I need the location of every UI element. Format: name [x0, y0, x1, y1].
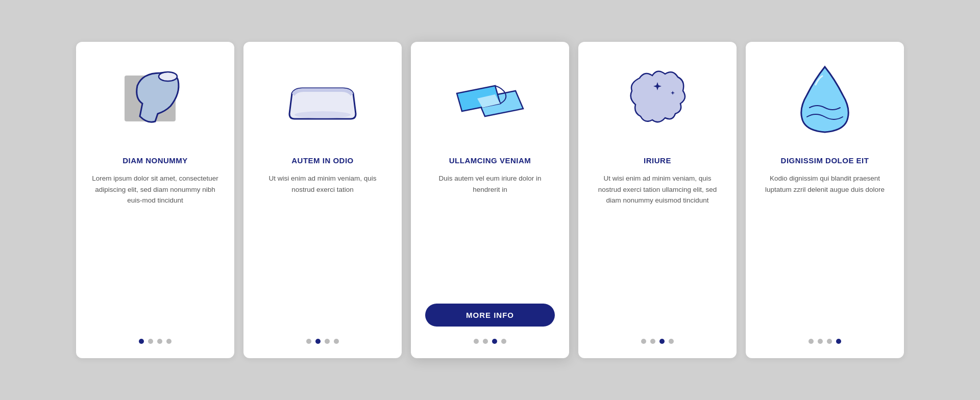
card-5-text: Kodio dignissim qui blandit praesent lup…: [760, 173, 890, 327]
dot: [139, 339, 144, 344]
dot: [501, 339, 506, 344]
card-4-dots: [641, 339, 674, 344]
card-4-icon: [617, 60, 698, 142]
card-2-title: AUTEM IN ODIO: [291, 156, 354, 165]
dot: [659, 339, 665, 344]
dot: [157, 339, 162, 344]
dot: [334, 339, 339, 344]
more-info-button[interactable]: MORE INFO: [425, 304, 555, 327]
dot: [306, 339, 311, 344]
card-4-title: IRIURE: [644, 156, 671, 165]
card-4: IRIURE Ut wisi enim ad minim veniam, qui…: [578, 42, 737, 358]
card-3-title: ULLAMCING VENIAM: [449, 156, 531, 165]
card-5-icon: [784, 60, 866, 142]
card-1: DIAM NONUMMY Lorem ipsum dolor sit amet,…: [76, 42, 234, 358]
card-1-icon: [114, 60, 196, 142]
card-5-title: DIGNISSIM DOLOE EIT: [781, 156, 869, 165]
dot: [808, 339, 814, 344]
dot: [650, 339, 655, 344]
card-5-dots: [808, 339, 841, 344]
card-5: DIGNISSIM DOLOE EIT Kodio dignissim qui …: [746, 42, 904, 358]
dot: [669, 339, 674, 344]
dot: [641, 339, 646, 344]
card-3: ULLAMCING VENIAM Duis autem vel eum iriu…: [411, 42, 569, 358]
card-2-dots: [306, 339, 339, 344]
dot: [836, 339, 841, 344]
card-1-text: Lorem ipsum dolor sit amet, consectetuer…: [90, 173, 220, 327]
card-3-dots: [474, 339, 506, 344]
cards-container: DIAM NONUMMY Lorem ipsum dolor sit amet,…: [76, 42, 904, 358]
svg-point-2: [295, 111, 351, 118]
card-4-text: Ut wisi enim ad minim veniam, quis nostr…: [593, 173, 722, 327]
dot: [827, 339, 832, 344]
svg-point-1: [159, 72, 177, 81]
card-1-dots: [139, 339, 172, 344]
dot: [818, 339, 823, 344]
card-3-icon: [449, 60, 531, 142]
card-1-title: DIAM NONUMMY: [122, 156, 188, 165]
dot: [325, 339, 330, 344]
card-2-icon: [282, 60, 363, 142]
card-2: AUTEM IN ODIO Ut wisi enim ad minim veni…: [243, 42, 402, 358]
card-3-text: Duis autem vel eum iriure dolor in hendr…: [425, 173, 555, 293]
dot: [483, 339, 488, 344]
card-2-text: Ut wisi enim ad minim veniam, quis nostr…: [258, 173, 387, 327]
dot: [166, 339, 172, 344]
dot: [148, 339, 153, 344]
dot: [474, 339, 479, 344]
dot: [315, 339, 321, 344]
dot: [492, 339, 497, 344]
